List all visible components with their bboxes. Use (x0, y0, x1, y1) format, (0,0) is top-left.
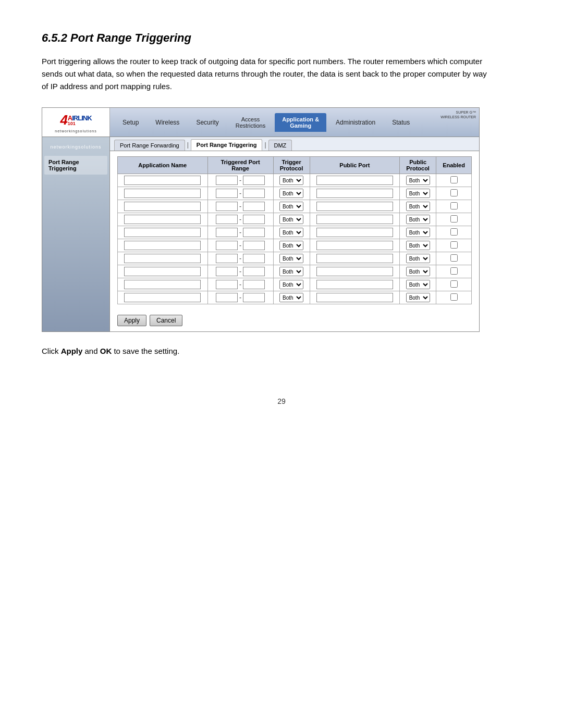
public-port-input-7[interactable] (316, 267, 393, 276)
nav-tab-status[interactable]: Status (385, 116, 417, 129)
triggered-port-to-0[interactable] (243, 176, 265, 185)
enabled-checkbox-9[interactable] (450, 293, 458, 301)
triggered-port-from-2[interactable] (216, 202, 238, 211)
enabled-checkbox-2[interactable] (450, 202, 458, 209)
triggered-port-from-7[interactable] (216, 267, 238, 276)
public-protocol-select-2[interactable]: BothTCPUDP (406, 202, 430, 211)
nav-tab-admin[interactable]: Administration (328, 116, 383, 129)
sub-tab-forwarding[interactable]: Port Range Forwarding (114, 140, 185, 151)
nav-tab-application[interactable]: Application &Gaming (275, 113, 326, 132)
logo-4: 4 (60, 112, 67, 128)
enabled-checkbox-1[interactable] (450, 189, 458, 196)
triggered-port-from-6[interactable] (216, 254, 238, 263)
public-protocol-select-1[interactable]: BothTCPUDP (406, 189, 430, 198)
triggered-port-to-3[interactable] (243, 215, 265, 224)
table-row: - BothTCPUDPBothTCPUDP (118, 213, 472, 226)
triggered-port-to-6[interactable] (243, 254, 265, 263)
table-area: Application Name Triggered PortRange Tri… (110, 151, 479, 310)
public-protocol-select-9[interactable]: BothTCPUDP (406, 293, 430, 302)
col-header-app-name: Application Name (118, 157, 208, 174)
cancel-button[interactable]: Cancel (150, 315, 182, 326)
port-dash-5: - (238, 242, 243, 249)
trigger-protocol-select-5[interactable]: BothTCPUDP (279, 241, 303, 250)
trigger-protocol-select-1[interactable]: BothTCPUDP (279, 189, 303, 198)
public-protocol-select-4[interactable]: BothTCPUDP (406, 228, 430, 237)
public-port-input-5[interactable] (316, 241, 393, 250)
trigger-protocol-select-3[interactable]: BothTCPUDP (279, 215, 303, 224)
triggered-port-from-8[interactable] (216, 280, 238, 289)
public-protocol-select-8[interactable]: BothTCPUDP (406, 280, 430, 289)
app-name-input-9[interactable] (124, 293, 201, 302)
trigger-protocol-select-7[interactable]: BothTCPUDP (279, 267, 303, 276)
sub-tab-triggering[interactable]: Port Range Triggering (191, 139, 263, 151)
triggered-port-to-2[interactable] (243, 202, 265, 211)
table-row: - BothTCPUDPBothTCPUDP (118, 278, 472, 291)
trigger-protocol-select-6[interactable]: BothTCPUDP (279, 254, 303, 263)
trigger-protocol-select-9[interactable]: BothTCPUDP (279, 293, 303, 302)
table-row: - BothTCPUDPBothTCPUDP (118, 174, 472, 187)
triggered-port-to-4[interactable] (243, 228, 265, 237)
triggered-port-cell-1: - (207, 187, 273, 200)
app-name-input-2[interactable] (124, 202, 201, 211)
public-protocol-select-6[interactable]: BothTCPUDP (406, 254, 430, 263)
sub-tab-dmz[interactable]: DMZ (268, 140, 292, 151)
trigger-protocol-select-0[interactable]: BothTCPUDP (279, 176, 303, 185)
app-name-input-8[interactable] (124, 280, 201, 289)
enabled-checkbox-8[interactable] (450, 280, 458, 288)
enabled-checkbox-0[interactable] (450, 176, 458, 183)
table-row: - BothTCPUDPBothTCPUDP (118, 239, 472, 252)
public-protocol-select-3[interactable]: BothTCPUDP (406, 215, 430, 224)
public-protocol-select-7[interactable]: BothTCPUDP (406, 267, 430, 276)
nav-tab-setup[interactable]: Setup (115, 116, 146, 129)
public-port-input-8[interactable] (316, 280, 393, 289)
app-name-input-1[interactable] (124, 189, 201, 198)
public-port-input-4[interactable] (316, 228, 393, 237)
public-port-input-1[interactable] (316, 189, 393, 198)
enabled-checkbox-6[interactable] (450, 254, 458, 262)
enabled-checkbox-4[interactable] (450, 228, 458, 236)
public-protocol-select-5[interactable]: BothTCPUDP (406, 241, 430, 250)
public-protocol-select-0[interactable]: BothTCPUDP (406, 176, 430, 185)
triggered-port-from-9[interactable] (216, 293, 238, 302)
trigger-protocol-select-8[interactable]: BothTCPUDP (279, 280, 303, 289)
triggered-port-from-3[interactable] (216, 215, 238, 224)
router-header: 4 AIRLINK 101 networkingsolutions Setup … (42, 108, 479, 137)
public-port-input-3[interactable] (316, 215, 393, 224)
triggered-port-cell-0: - (207, 174, 273, 187)
apply-bold: Apply (61, 347, 83, 355)
app-name-input-4[interactable] (124, 228, 201, 237)
app-name-input-7[interactable] (124, 267, 201, 276)
triggered-port-from-1[interactable] (216, 189, 238, 198)
public-port-input-0[interactable] (316, 176, 393, 185)
nav-tab-access[interactable]: AccessRestrictions (228, 113, 273, 132)
section-title: 6.5.2 Port Range Triggering (42, 31, 521, 45)
router-ui: 4 AIRLINK 101 networkingsolutions Setup … (42, 107, 480, 332)
triggered-port-to-1[interactable] (243, 189, 265, 198)
triggered-port-to-5[interactable] (243, 241, 265, 250)
enabled-checkbox-3[interactable] (450, 215, 458, 223)
sidebar-logo-text: networkingsolutions (42, 142, 109, 152)
app-name-input-5[interactable] (124, 241, 201, 250)
triggered-port-from-5[interactable] (216, 241, 238, 250)
app-name-input-3[interactable] (124, 215, 201, 224)
triggered-port-from-0[interactable] (216, 176, 238, 185)
app-name-input-0[interactable] (124, 176, 201, 185)
trigger-protocol-select-2[interactable]: BothTCPUDP (279, 202, 303, 211)
col-header-triggered-port: Triggered PortRange (207, 157, 273, 174)
public-port-input-2[interactable] (316, 202, 393, 211)
public-port-input-9[interactable] (316, 293, 393, 302)
trigger-protocol-select-4[interactable]: BothTCPUDP (279, 228, 303, 237)
triggered-port-to-7[interactable] (243, 267, 265, 276)
triggered-port-to-8[interactable] (243, 280, 265, 289)
page-number: 29 (42, 397, 521, 405)
apply-button[interactable]: Apply (117, 315, 146, 326)
nav-tab-security[interactable]: Security (189, 116, 226, 129)
enabled-checkbox-7[interactable] (450, 267, 458, 275)
triggered-port-from-4[interactable] (216, 228, 238, 237)
triggered-port-to-9[interactable] (243, 293, 265, 302)
table-row: - BothTCPUDPBothTCPUDP (118, 187, 472, 200)
public-port-input-6[interactable] (316, 254, 393, 263)
enabled-checkbox-5[interactable] (450, 241, 458, 249)
nav-tab-wireless[interactable]: Wireless (148, 116, 187, 129)
app-name-input-6[interactable] (124, 254, 201, 263)
